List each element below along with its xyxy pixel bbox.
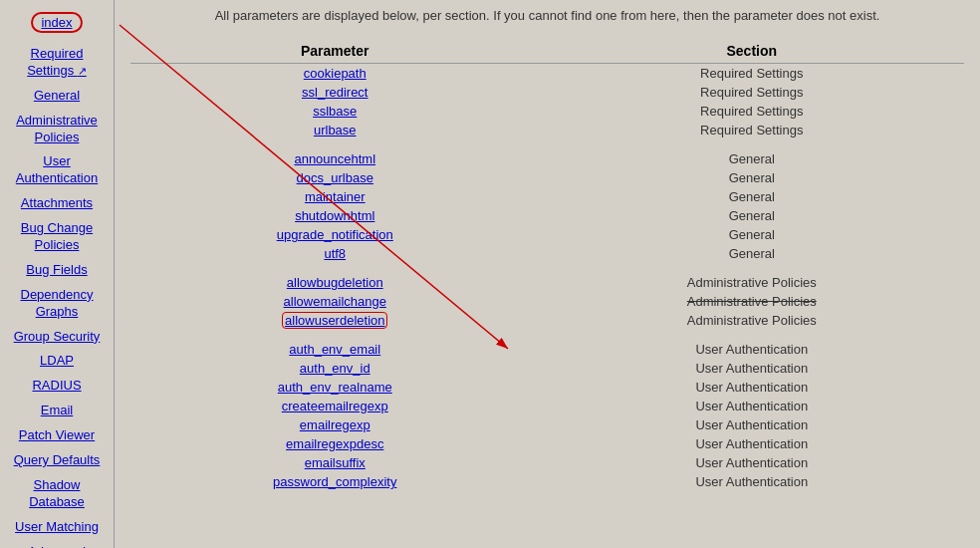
sidebar-index[interactable]: index	[31, 12, 82, 33]
param-utf8[interactable]: utf8	[324, 246, 346, 261]
section-docs-urlbase: General	[540, 168, 964, 187]
sidebar-required-settings[interactable]: RequiredSettings ↗	[0, 43, 114, 83]
main-content: All parameters are displayed below, per …	[115, 0, 980, 548]
param-auth-env-id[interactable]: auth_env_id	[300, 361, 370, 376]
section-emailregexpdesc: User Authentication	[540, 434, 964, 453]
param-sslbase[interactable]: sslbase	[313, 104, 357, 119]
table-row: emailregexp User Authentication	[130, 415, 964, 434]
table-row: auth_env_id User Authentication	[130, 359, 964, 378]
sidebar-bug-fields[interactable]: Bug Fields	[0, 259, 114, 282]
table-row: auth_env_email User Authentication	[130, 340, 964, 359]
param-allowuserdeletion[interactable]: allowuserdeletion	[282, 312, 387, 329]
sidebar-dependency[interactable]: Dependency Graphs	[0, 284, 114, 324]
section-emailsuffix: User Authentication	[540, 453, 964, 472]
param-docs-urlbase[interactable]: docs_urlbase	[297, 170, 373, 185]
sidebar-advanced[interactable]: Advanced	[0, 541, 114, 548]
intro-text: All parameters are displayed below, per …	[130, 8, 964, 23]
param-auth-env-realname[interactable]: auth_env_realname	[278, 380, 392, 395]
table-row: upgrade_notification General	[130, 225, 964, 244]
param-auth-env-email[interactable]: auth_env_email	[289, 342, 380, 357]
param-shutdownhtml[interactable]: shutdownhtml	[295, 208, 374, 223]
section-emailregexp: User Authentication	[540, 415, 964, 434]
section-urlbase: Required Settings	[540, 121, 964, 139]
param-password-complexity[interactable]: password_complexity	[273, 474, 396, 489]
param-urlbase[interactable]: urlbase	[314, 123, 357, 137]
col-section-header: Section	[540, 39, 964, 64]
param-upgrade-notification[interactable]: upgrade_notification	[277, 227, 393, 242]
sidebar-shadow-db[interactable]: Shadow Database	[0, 474, 114, 514]
param-emailsuffix[interactable]: emailsuffix	[305, 455, 366, 470]
section-auth-env-realname: User Authentication	[540, 378, 964, 397]
table-row: allowbugdeletion Administrative Policies	[130, 273, 964, 292]
section-allowbugdeletion: Administrative Policies	[540, 273, 964, 292]
table-row: allowuserdeletion Administrative Policie…	[130, 311, 964, 330]
sidebar-radius[interactable]: RADIUS	[0, 375, 114, 398]
param-allowbugdeletion[interactable]: allowbugdeletion	[287, 275, 383, 290]
section-cookiepath: Required Settings	[540, 64, 964, 84]
param-maintainer[interactable]: maintainer	[305, 189, 366, 204]
section-ssl-redirect: Required Settings	[540, 83, 964, 102]
param-ssl-redirect[interactable]: ssl_redirect	[302, 85, 368, 100]
table-row: docs_urlbase General	[130, 168, 964, 187]
section-shutdownhtml: General	[540, 206, 964, 225]
section-password-complexity: User Authentication	[540, 472, 964, 491]
section-allowuserdeletion: Administrative Policies	[540, 311, 964, 330]
table-row: createemailregexp User Authentication	[130, 397, 964, 415]
sidebar-general[interactable]: General	[0, 85, 114, 108]
sidebar-query-defaults[interactable]: Query Defaults	[0, 449, 114, 472]
table-row: utf8 General	[130, 244, 964, 263]
table-row: auth_env_realname User Authentication	[130, 378, 964, 397]
table-row: urlbase Required Settings	[130, 121, 964, 139]
col-param-header: Parameter	[130, 39, 540, 64]
sidebar: index RequiredSettings ↗ General Adminis…	[0, 0, 115, 548]
sidebar-admin-policies[interactable]: Administrative Policies	[0, 110, 114, 149]
section-announcehtml: General	[540, 149, 964, 168]
table-row: emailregexpdesc User Authentication	[130, 434, 964, 453]
param-emailregexp[interactable]: emailregexp	[300, 417, 370, 432]
section-sslbase: Required Settings	[540, 102, 964, 121]
sidebar-bug-change[interactable]: Bug Change Policies	[0, 217, 114, 257]
sidebar-attachments[interactable]: Attachments	[0, 192, 114, 215]
param-cookiepath[interactable]: cookiepath	[304, 66, 367, 81]
table-row: sslbase Required Settings	[130, 102, 964, 121]
section-allowemailchange: Administrative Policies	[540, 292, 964, 311]
sidebar-user-matching[interactable]: User Matching	[0, 516, 114, 539]
table-row: emailsuffix User Authentication	[130, 453, 964, 472]
table-row: cookiepath Required Settings	[130, 64, 964, 84]
table-row: maintainer General	[130, 187, 964, 206]
param-createemailregexp[interactable]: createemailregexp	[282, 399, 388, 413]
table-row: ssl_redirect Required Settings	[130, 83, 964, 102]
table-row: password_complexity User Authentication	[130, 472, 964, 491]
section-auth-env-email: User Authentication	[540, 340, 964, 359]
sidebar-group-security[interactable]: Group Security	[0, 326, 114, 349]
table-row: shutdownhtml General	[130, 206, 964, 225]
table-row: allowemailchange Administrative Policies	[130, 292, 964, 311]
param-emailregexpdesc[interactable]: emailregexpdesc	[286, 436, 383, 451]
section-auth-env-id: User Authentication	[540, 359, 964, 378]
sidebar-ldap[interactable]: LDAP	[0, 350, 114, 373]
section-upgrade-notification: General	[540, 225, 964, 244]
sidebar-user-auth[interactable]: User Authentication	[0, 150, 114, 190]
table-row: announcehtml General	[130, 149, 964, 168]
section-utf8: General	[540, 244, 964, 263]
sidebar-patch-viewer[interactable]: Patch Viewer	[0, 424, 114, 447]
param-announcehtml[interactable]: announcehtml	[294, 151, 375, 166]
section-createemailregexp: User Authentication	[540, 397, 964, 415]
section-maintainer: General	[540, 187, 964, 206]
param-allowemailchange[interactable]: allowemailchange	[284, 294, 386, 309]
sidebar-email[interactable]: Email	[0, 400, 114, 422]
params-table: Parameter Section cookiepath Required Se…	[130, 39, 964, 491]
